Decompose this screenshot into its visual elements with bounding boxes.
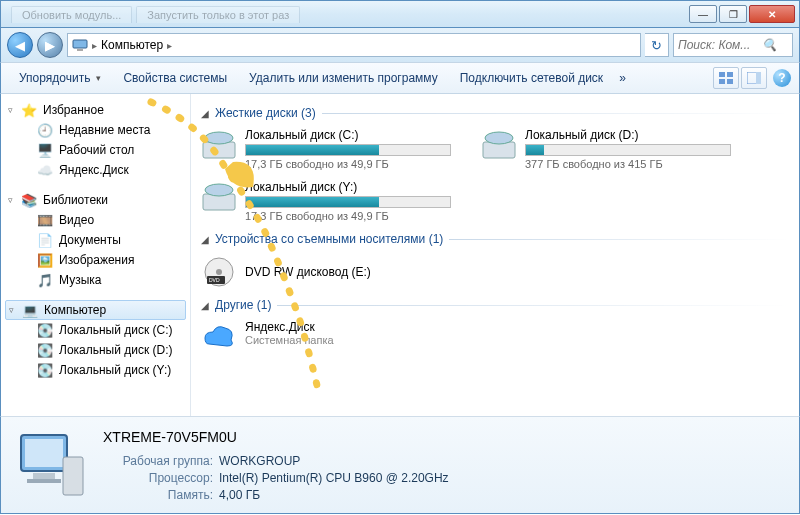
search-box[interactable]: 🔍: [673, 33, 793, 57]
search-input[interactable]: [678, 38, 758, 52]
sidebar-item-drive-y[interactable]: 💽Локальный диск (Y:): [1, 360, 190, 380]
sidebar-item-yadisk[interactable]: ☁️Яндекс.Диск: [1, 160, 190, 180]
collapse-icon: ◢: [201, 300, 209, 311]
hdd-icon: 💽: [37, 362, 53, 378]
sidebar-item-documents[interactable]: 📄Документы: [1, 230, 190, 250]
sidebar-item-label: Локальный диск (C:): [59, 323, 173, 337]
svg-rect-20: [63, 457, 83, 495]
category-hdd[interactable]: ◢Жесткие диски (3): [201, 106, 789, 120]
images-icon: 🖼️: [37, 252, 53, 268]
svg-point-13: [205, 184, 233, 196]
svg-rect-7: [756, 72, 761, 84]
drive-name: Локальный диск (Y:): [245, 180, 451, 194]
navigation-pane: ▿⭐Избранное 🕘Недавние места 🖥️Рабочий ст…: [1, 94, 191, 416]
svg-rect-2: [719, 72, 725, 77]
drive-item-c[interactable]: Локальный диск (C:) 17,3 ГБ свободно из …: [201, 128, 451, 170]
hdd-icon: [481, 128, 517, 164]
map-network-drive-button[interactable]: Подключить сетевой диск: [450, 67, 613, 89]
libraries-group[interactable]: ▿📚Библиотеки: [1, 190, 190, 210]
drive-free-space: 17,3 ГБ свободно из 49,9 ГБ: [245, 158, 451, 170]
category-removable[interactable]: ◢Устройства со съемными носителями (1): [201, 232, 789, 246]
chevron-right-icon: ▸: [92, 40, 97, 51]
device-label: DVD RW дисковод (E:): [245, 265, 371, 279]
capacity-bar: [245, 196, 451, 208]
uninstall-program-button[interactable]: Удалить или изменить программу: [239, 67, 448, 89]
refresh-button[interactable]: ↻: [645, 33, 669, 57]
svg-rect-1: [77, 49, 83, 51]
sidebar-item-label: Музыка: [59, 273, 101, 287]
sidebar-item-images[interactable]: 🖼️Изображения: [1, 250, 190, 270]
computer-label: Компьютер: [44, 303, 106, 317]
device-dvd[interactable]: DVD DVD RW дисковод (E:): [201, 254, 789, 290]
background-tabs: Обновить модуль... Запустить только в эт…: [5, 6, 687, 23]
drive-item-y[interactable]: Локальный диск (Y:) 17,3 ГБ свободно из …: [201, 180, 451, 222]
collapse-icon: ◢: [201, 108, 209, 119]
sidebar-item-music[interactable]: 🎵Музыка: [1, 270, 190, 290]
drive-item-d[interactable]: Локальный диск (D:) 377 ГБ свободно из 4…: [481, 128, 731, 170]
svg-point-15: [216, 269, 222, 275]
sidebar-item-drive-d[interactable]: 💽Локальный диск (D:): [1, 340, 190, 360]
maximize-button[interactable]: [719, 5, 747, 23]
memory-value: 4,00 ГБ: [219, 488, 260, 502]
yadisk-icon: [201, 320, 237, 356]
sidebar-item-drive-c[interactable]: 💽Локальный диск (C:): [1, 320, 190, 340]
other-name: Яндекс.Диск: [245, 320, 334, 334]
window-titlebar: Обновить модуль... Запустить только в эт…: [0, 0, 800, 28]
category-other[interactable]: ◢Другие (1): [201, 298, 789, 312]
preview-pane-button[interactable]: [741, 67, 767, 89]
computer-icon: 💻: [22, 302, 38, 318]
cpu-label: Процессор:: [103, 471, 213, 485]
hdd-icon: 💽: [37, 322, 53, 338]
organize-button[interactable]: Упорядочить: [9, 67, 111, 89]
memory-label: Память:: [103, 488, 213, 502]
other-item-yadisk[interactable]: Яндекс.Диск Системная папка: [201, 320, 789, 356]
help-button[interactable]: ?: [773, 69, 791, 87]
chevron-right-icon: ▸: [167, 40, 172, 51]
sidebar-item-video[interactable]: 🎞️Видео: [1, 210, 190, 230]
disk-icon: ☁️: [37, 162, 53, 178]
minimize-button[interactable]: [689, 5, 717, 23]
capacity-bar: [525, 144, 731, 156]
drive-name: Локальный диск (D:): [525, 128, 731, 142]
favorites-group[interactable]: ▿⭐Избранное: [1, 100, 190, 120]
cpu-value: Intel(R) Pentium(R) CPU B960 @ 2.20GHz: [219, 471, 449, 485]
forward-button[interactable]: ▶: [37, 32, 63, 58]
other-subtitle: Системная папка: [245, 334, 334, 346]
bg-tab: Запустить только в этот раз: [136, 6, 300, 23]
computer-group[interactable]: ▿💻Компьютер: [5, 300, 186, 320]
libraries-label: Библиотеки: [43, 193, 108, 207]
content-pane: ◢Жесткие диски (3) Локальный диск (C:) 1…: [191, 94, 799, 416]
computer-name: XTREME-70V5FM0U: [103, 429, 449, 445]
desktop-icon: 🖥️: [37, 142, 53, 158]
svg-text:DVD: DVD: [209, 277, 220, 283]
details-pane: XTREME-70V5FM0U Рабочая группа:WORKGROUP…: [0, 416, 800, 514]
svg-rect-3: [727, 72, 733, 77]
sidebar-item-label: Рабочий стол: [59, 143, 134, 157]
hdd-icon: 💽: [37, 342, 53, 358]
computer-icon: [72, 37, 88, 53]
svg-rect-5: [727, 79, 733, 84]
music-icon: 🎵: [37, 272, 53, 288]
system-properties-button[interactable]: Свойства системы: [113, 67, 237, 89]
library-icon: 📚: [21, 192, 37, 208]
sidebar-item-desktop[interactable]: 🖥️Рабочий стол: [1, 140, 190, 160]
category-label: Другие (1): [215, 298, 271, 312]
svg-rect-0: [73, 40, 87, 48]
view-options-button[interactable]: [713, 67, 739, 89]
category-label: Жесткие диски (3): [215, 106, 316, 120]
close-button[interactable]: ✕: [749, 5, 795, 23]
recent-icon: 🕘: [37, 122, 53, 138]
back-button[interactable]: ◀: [7, 32, 33, 58]
sidebar-item-recent[interactable]: 🕘Недавние места: [1, 120, 190, 140]
view-icon: [719, 72, 733, 84]
breadcrumb[interactable]: ▸ Компьютер ▸: [67, 33, 641, 57]
sidebar-item-label: Изображения: [59, 253, 134, 267]
drive-free-space: 17,3 ГБ свободно из 49,9 ГБ: [245, 210, 451, 222]
toolbar-overflow[interactable]: »: [615, 67, 630, 89]
workgroup-value: WORKGROUP: [219, 454, 300, 468]
dvd-icon: DVD: [201, 254, 237, 290]
svg-rect-19: [25, 439, 63, 467]
explorer-body: ▿⭐Избранное 🕘Недавние места 🖥️Рабочий ст…: [0, 94, 800, 416]
drive-name: Локальный диск (C:): [245, 128, 451, 142]
sidebar-item-label: Локальный диск (D:): [59, 343, 173, 357]
